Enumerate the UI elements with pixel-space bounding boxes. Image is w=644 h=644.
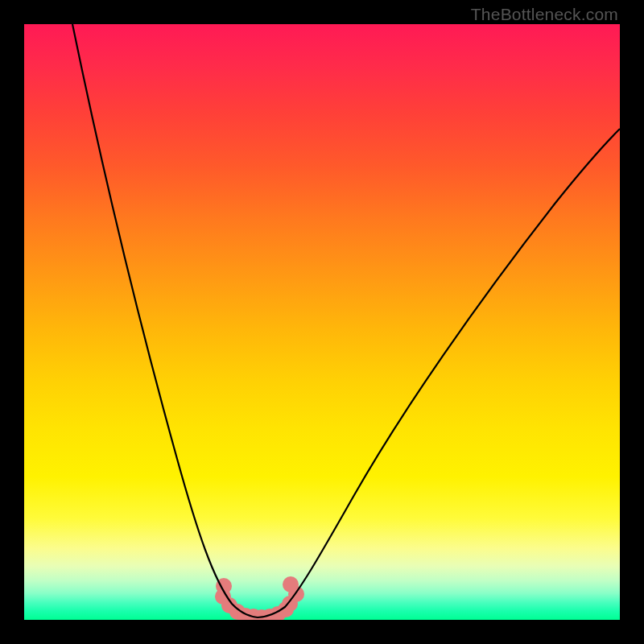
bottleneck-curve — [24, 24, 620, 620]
plot-area — [24, 24, 620, 620]
svg-point-12 — [283, 576, 299, 592]
curve-path — [72, 24, 620, 617]
attribution-text: TheBottleneck.com — [471, 5, 618, 24]
chart-frame: TheBottleneck.com — [0, 0, 644, 644]
